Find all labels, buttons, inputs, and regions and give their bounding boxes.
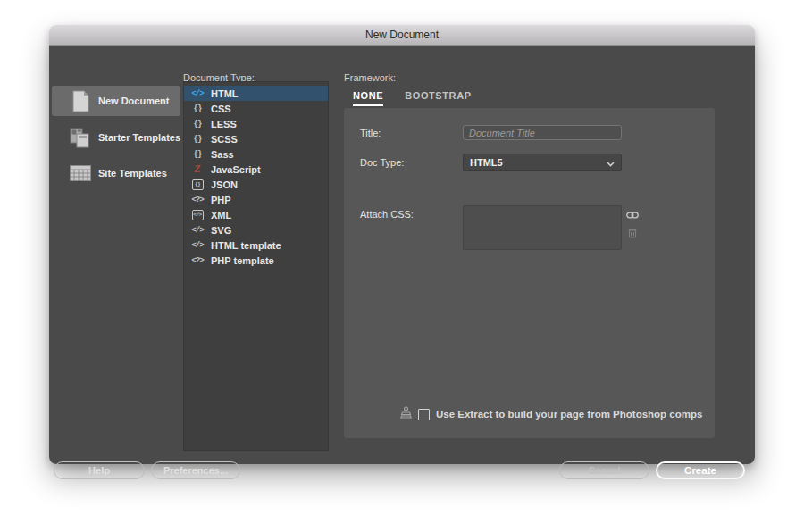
attach-css-delete-icon[interactable] [628,226,637,242]
braces-icon: {} [189,104,205,113]
doc-type-item-html[interactable]: </>HTML [184,86,328,101]
doc-type-item-less[interactable]: {}LESS [184,116,328,131]
extract-icon [400,406,412,422]
doc-type-item-label: PHP [211,195,231,205]
doc-type-item-label: JSON [211,179,238,190]
php-icon: <?> [189,195,205,204]
doc-type-item-scss[interactable]: {}SCSS [184,131,328,146]
javascript-icon: Z [189,162,205,176]
dialog-title: New Document [365,29,439,41]
doc-type-item-label: PHP template [211,255,274,266]
framework-tabs: NONEBOOTSTRAP [353,90,472,106]
attach-css-link-icon[interactable] [626,207,639,223]
braces-icon: {} [189,120,205,129]
framework-tab-none[interactable]: NONE [353,90,383,106]
create-button[interactable]: Create [656,461,745,479]
attach-css-list[interactable] [463,205,622,250]
doc-type-item-label: JavaScript [211,164,261,175]
site-templates-icon [70,165,91,181]
code-icon: </> [189,89,205,98]
document-type-list: </>HTML{}CSS{}LESS{}SCSS{}SassZJavaScrip… [183,81,329,451]
code-icon: </> [189,226,205,235]
doc-type-item-javascript[interactable]: ZJavaScript [184,162,328,177]
cancel-button[interactable]: Cancel [559,461,649,479]
screen: New Document New DocumentStarter Templat… [0,0,804,532]
doc-type-item-label: SVG [211,225,231,236]
sidebar-item-new-document[interactable]: New Document [52,86,180,116]
sidebar-item-label: Site Templates [98,168,167,179]
doc-type-label: Doc Type: [360,157,404,168]
php-icon: <?> [189,256,205,265]
title-input[interactable] [463,125,622,140]
sidebar-item-label: New Document [98,96,169,106]
doc-type-item-php[interactable]: <?>PHP [184,192,328,207]
doc-type-item-sass[interactable]: {}Sass [184,146,328,162]
doc-type-select[interactable]: HTML5 [463,154,622,171]
document-settings-panel: Title: Doc Type: HTML5 Attach CSS: [344,108,715,438]
doc-type-item-php-template[interactable]: <?>PHP template [184,253,328,268]
framework-header: Framework: [344,72,396,83]
doc-type-item-label: LESS [211,119,237,129]
doc-type-item-label: Sass [211,149,234,160]
sidebar-item-site-templates[interactable]: Site Templates [52,158,180,188]
dialog-body: New DocumentStarter TemplatesSite Templa… [49,46,755,464]
doc-type-item-label: XML [211,210,231,220]
extract-checkbox[interactable] [418,409,430,420]
sidebar-item-label: Starter Templates [98,132,180,143]
sidebar-item-starter-templates[interactable]: Starter Templates [52,122,180,153]
doc-type-item-svg[interactable]: </>SVG [184,222,328,237]
title-label: Title: [360,128,381,138]
framework-tab-bootstrap[interactable]: BOOTSTRAP [405,90,471,106]
dialog-titlebar[interactable]: New Document [49,25,755,46]
xml-icon: </> [189,210,205,220]
braces-icon: {} [189,135,205,144]
extract-option-row: Use Extract to build your page from Phot… [400,406,702,422]
doc-type-item-label: HTML template [211,240,281,251]
doc-type-item-json[interactable]: {}JSON [184,177,328,192]
code-icon: </> [189,241,205,250]
attach-css-label: Attach CSS: [360,209,414,220]
new-document-dialog: New Document New DocumentStarter Templat… [49,25,755,464]
extract-checkbox-label: Use Extract to build your page from Phot… [436,409,702,420]
doc-type-item-label: CSS [211,104,231,114]
chevron-down-icon [607,154,615,170]
braces-icon: {} [189,150,205,159]
doc-type-value: HTML5 [470,157,503,168]
doc-type-item-xml[interactable]: </>XML [184,207,328,222]
preferences-button[interactable]: Preferences... [151,461,240,479]
help-button[interactable]: Help [54,461,145,479]
doc-type-item-label: HTML [211,88,239,99]
doc-type-item-css[interactable]: {}CSS [184,101,328,116]
json-icon: {} [189,179,205,190]
starter-templates-icon [70,127,91,148]
doc-type-item-html-template[interactable]: </>HTML template [184,237,328,253]
doc-type-item-label: SCSS [211,134,238,145]
new-document-icon [70,90,91,112]
